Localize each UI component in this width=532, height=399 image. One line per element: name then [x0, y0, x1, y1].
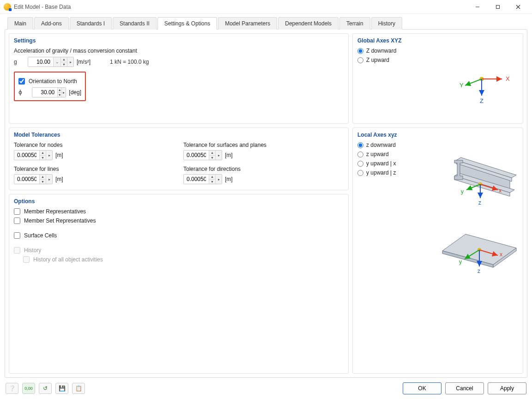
svg-text:Z: Z: [480, 97, 484, 104]
cancel-button[interactable]: Cancel: [445, 382, 484, 394]
phi-field[interactable]: [32, 88, 57, 97]
tol-surfaces-unit: [m]: [225, 152, 233, 158]
surface-cells-label: Surface Cells: [24, 232, 57, 239]
footer: ❔ 0,00 ↺ 💾 📋 OK Cancel Apply: [5, 378, 527, 399]
member-reps-label: Member Representatives: [24, 208, 86, 215]
svg-text:z: z: [478, 200, 481, 206]
global-z-down-label: Z downward: [366, 48, 396, 54]
tab-bar: Main Add-ons Standards I Standards II Se…: [5, 17, 527, 29]
titlebar: Edit Model - Base Data: [0, 0, 532, 14]
phi-arrow-icon[interactable]: ▸: [61, 88, 66, 97]
tol-surfaces-input[interactable]: ▲▼ ▸: [183, 150, 222, 160]
orientation-label: Orientation to North: [29, 78, 77, 85]
settings-title: Settings: [14, 37, 344, 44]
local-axes-beam-diagram: x y z: [359, 146, 521, 211]
tol-lines-unit: [m]: [55, 176, 63, 182]
apply-button[interactable]: Apply: [488, 382, 526, 394]
tab-main[interactable]: Main: [7, 17, 33, 30]
g-hint: 1 kN = 100.0 kg: [110, 59, 149, 65]
tol-surfaces-label: Tolerance for surfaces and planes: [183, 142, 344, 148]
tab-terrain[interactable]: Terrain: [339, 17, 370, 30]
tol-nodes-label: Tolerance for nodes: [14, 142, 174, 148]
close-button[interactable]: [508, 0, 528, 13]
tab-dependent-models[interactable]: Dependent Models: [278, 17, 339, 30]
svg-text:Y: Y: [459, 82, 464, 89]
history-all-checkbox: [23, 256, 30, 263]
memberset-reps-label: Member Set Representatives: [24, 218, 96, 224]
tol-nodes-input[interactable]: ▲▼ ▸: [14, 150, 53, 160]
gravity-label: Acceleration of gravity / mass conversio…: [14, 48, 344, 54]
tol-lines-input[interactable]: ▲▼ ▸: [14, 174, 53, 184]
panel-settings: Settings Acceleration of gravity / mass …: [9, 33, 349, 124]
memberset-reps-checkbox[interactable]: [14, 218, 20, 224]
g-unit: [m/s²]: [77, 59, 91, 65]
help-icon[interactable]: ❔: [6, 383, 18, 394]
minimize-button[interactable]: [467, 0, 488, 13]
tab-settings-options[interactable]: Settings & Options: [157, 17, 217, 30]
tab-standards-2[interactable]: Standards II: [113, 17, 157, 30]
g-symbol: g: [14, 59, 19, 65]
reset-icon[interactable]: ↺: [39, 383, 52, 394]
tol-directions-label: Tolerance for directions: [183, 166, 344, 172]
clipboard-icon[interactable]: 📋: [72, 383, 85, 394]
phi-unit: [deg]: [69, 89, 81, 96]
surface-cells-checkbox[interactable]: [14, 232, 20, 239]
save-default-icon[interactable]: 💾: [55, 383, 68, 394]
g-field[interactable]: [28, 57, 53, 66]
svg-text:y: y: [459, 259, 462, 265]
history-all-label: History of all object activities: [33, 256, 103, 263]
svg-text:y: y: [461, 188, 464, 195]
g-input[interactable]: ⌄ ▲▼ ▸: [28, 57, 74, 67]
svg-text:z: z: [478, 268, 480, 274]
panel-global-axes: Global Axes XYZ Z downward Z upward: [352, 33, 523, 124]
g-dropdown-icon[interactable]: ⌄: [53, 57, 60, 66]
tol-nodes-field[interactable]: [14, 151, 39, 160]
global-axes-diagram: X Y Z: [362, 66, 514, 112]
panel-tolerances: Model Tolerances Tolerance for nodes ▲▼ …: [9, 127, 349, 190]
tol-directions-field[interactable]: [184, 175, 209, 184]
orientation-highlight: Orientation to North ɸ ▲▼ ▸ [deg]: [14, 72, 86, 101]
options-title: Options: [14, 198, 344, 205]
svg-text:x: x: [499, 187, 502, 194]
app-icon: [4, 3, 11, 11]
history-checkbox: [14, 247, 20, 254]
local-axes-title: Local Axes xyz: [357, 132, 518, 138]
member-reps-checkbox[interactable]: [14, 208, 20, 215]
tol-directions-unit: [m]: [225, 176, 233, 182]
phi-spin-up[interactable]: ▲: [58, 88, 61, 93]
svg-rect-1: [496, 5, 500, 8]
tol-directions-input[interactable]: ▲▼ ▸: [183, 174, 222, 184]
window-title: Edit Model - Base Data: [14, 4, 71, 10]
tab-addons[interactable]: Add-ons: [34, 17, 69, 30]
global-z-up-radio[interactable]: [357, 57, 363, 63]
ok-button[interactable]: OK: [403, 382, 441, 394]
g-spin-up[interactable]: ▲: [61, 57, 67, 62]
tolerances-title: Model Tolerances: [14, 132, 344, 138]
tab-standards-1[interactable]: Standards I: [70, 17, 112, 30]
g-arrow-icon[interactable]: ▸: [67, 57, 73, 66]
orientation-checkbox[interactable]: [18, 78, 25, 85]
phi-spin-down[interactable]: ▼: [58, 93, 61, 97]
svg-text:x: x: [500, 251, 502, 258]
tol-surfaces-field[interactable]: [184, 151, 209, 160]
tol-lines-field[interactable]: [14, 175, 39, 184]
svg-line-7: [465, 79, 482, 85]
svg-text:X: X: [506, 75, 510, 82]
global-axes-title: Global Axes XYZ: [357, 37, 518, 44]
history-label: History: [24, 247, 41, 254]
global-z-down-radio[interactable]: [357, 48, 363, 54]
tol-lines-label: Tolerance for lines: [14, 166, 174, 172]
phi-input[interactable]: ▲▼ ▸: [32, 87, 66, 97]
global-z-up-label: Z upward: [366, 57, 389, 63]
tol-nodes-unit: [m]: [55, 152, 63, 158]
panel-options: Options Member Representatives Member Se…: [9, 194, 349, 374]
tab-model-parameters[interactable]: Model Parameters: [218, 17, 277, 30]
units-icon[interactable]: 0,00: [22, 383, 35, 394]
local-axes-plate-diagram: x y z: [359, 225, 521, 294]
g-spin-down[interactable]: ▼: [61, 62, 67, 67]
phi-symbol: ɸ: [18, 89, 24, 96]
maximize-button[interactable]: [488, 0, 508, 13]
panel-local-axes: Local Axes xyz z downward z upward y upw…: [352, 127, 523, 374]
tab-history[interactable]: History: [371, 17, 402, 30]
